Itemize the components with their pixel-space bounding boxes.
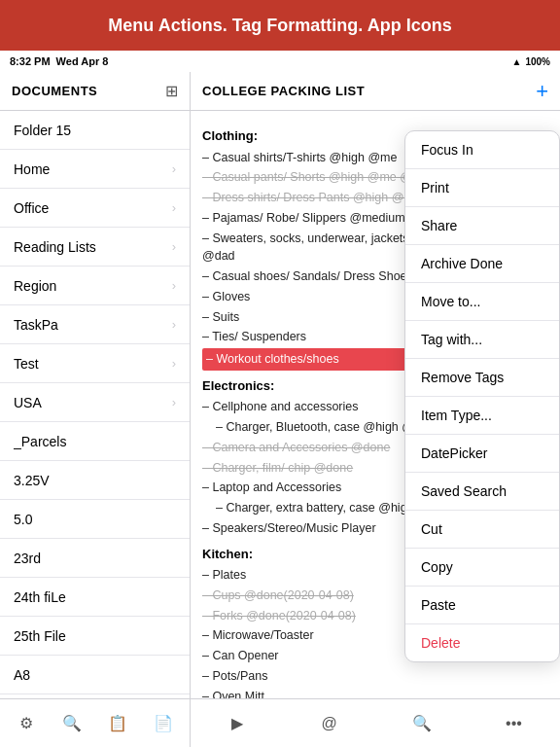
- sidebar-item[interactable]: 25th File: [0, 617, 190, 656]
- app-container: 8:32 PM Wed Apr 8 ▲ 100% DOCUMENTS ⊞ Fol…: [0, 51, 560, 747]
- context-menu-item[interactable]: Copy: [405, 549, 559, 587]
- sidebar-item-label: Office: [14, 200, 49, 216]
- right-header: COLLEGE PACKING LIST +: [191, 72, 560, 111]
- settings-icon[interactable]: ⚙: [9, 706, 44, 741]
- document-icon[interactable]: 📄: [146, 706, 181, 741]
- sidebar: DOCUMENTS ⊞ Folder 15Home›Office›Reading…: [0, 72, 191, 747]
- chevron-right-icon: ›: [172, 278, 176, 293]
- right-search-icon[interactable]: 🔍: [402, 706, 441, 741]
- status-date: Wed Apr 8: [56, 55, 109, 67]
- sidebar-item[interactable]: TaskPa›: [0, 305, 190, 344]
- context-menu-item[interactable]: Move to...: [405, 283, 559, 321]
- status-bar: 8:32 PM Wed Apr 8 ▲ 100%: [0, 51, 560, 72]
- sidebar-header-icon[interactable]: ⊞: [165, 82, 178, 100]
- sidebar-item[interactable]: Folder 15: [0, 111, 190, 150]
- sidebar-item-label: 5.0: [14, 512, 32, 527]
- add-item-button[interactable]: +: [536, 79, 548, 104]
- chevron-right-icon: ›: [172, 161, 176, 176]
- sidebar-item[interactable]: Region›: [0, 267, 190, 305]
- sidebar-header: DOCUMENTS ⊞: [0, 72, 190, 111]
- sidebar-item-label: A8: [14, 667, 30, 683]
- status-bar-right: ▲ 100%: [512, 56, 550, 67]
- context-menu-item[interactable]: Saved Search: [405, 473, 559, 511]
- status-bar-left: 8:32 PM Wed Apr 8: [10, 55, 108, 67]
- context-menu-item[interactable]: Remove Tags: [405, 359, 559, 397]
- sidebar-item-label: Reading Lists: [14, 239, 96, 255]
- sidebar-item[interactable]: Reading Lists›: [0, 228, 190, 267]
- sidebar-item[interactable]: 24th fiLe: [0, 578, 190, 617]
- context-menu-item[interactable]: Delete: [405, 624, 559, 661]
- context-menu-item[interactable]: Focus In: [405, 131, 559, 169]
- context-menu-item[interactable]: Cut: [405, 511, 559, 549]
- sidebar-item-label: USA: [14, 395, 42, 410]
- sidebar-item-label: _Parcels: [14, 434, 66, 449]
- wifi-icon: ▲: [512, 56, 522, 67]
- context-menu-item[interactable]: DatePicker: [405, 435, 559, 473]
- sidebar-item[interactable]: 5.0: [0, 500, 190, 539]
- right-panel: COLLEGE PACKING LIST + Clothing:– Casual…: [191, 72, 560, 747]
- context-menu-item[interactable]: Archive Done: [405, 245, 559, 283]
- banner-text: Menu Actions. Tag Formatting. App Icons: [108, 16, 451, 36]
- list-item[interactable]: – Oven Mitt: [202, 687, 548, 699]
- sidebar-item[interactable]: 23rd: [0, 539, 190, 578]
- play-icon[interactable]: ▶: [218, 706, 257, 741]
- context-menu-item[interactable]: Print: [405, 169, 559, 207]
- sidebar-item-label: 3.25V: [14, 473, 50, 488]
- sidebar-title: DOCUMENTS: [12, 84, 97, 98]
- sidebar-item[interactable]: Home›: [0, 150, 190, 189]
- context-menu-item[interactable]: Item Type...: [405, 397, 559, 435]
- right-panel-title: COLLEGE PACKING LIST: [202, 84, 365, 98]
- sidebar-item[interactable]: USA›: [0, 383, 190, 422]
- right-bottom-nav: ▶ @ 🔍 •••: [191, 698, 560, 747]
- sidebar-item[interactable]: 3.25V: [0, 461, 190, 500]
- status-time: 8:32 PM: [10, 55, 51, 67]
- sidebar-item-label: Home: [14, 161, 50, 177]
- chevron-right-icon: ›: [172, 395, 176, 409]
- more-options-icon[interactable]: •••: [495, 706, 534, 741]
- sidebar-item[interactable]: Office›: [0, 189, 190, 228]
- top-banner: Menu Actions. Tag Formatting. App Icons: [0, 0, 560, 51]
- sidebar-item[interactable]: A8: [0, 656, 190, 694]
- chevron-right-icon: ›: [172, 200, 176, 215]
- sidebar-item-label: 24th fiLe: [14, 589, 66, 605]
- sidebar-bottom-nav: ⚙ 🔍 📋 📄: [0, 698, 190, 747]
- search-icon[interactable]: 🔍: [54, 706, 89, 741]
- sidebar-item-label: TaskPa: [14, 317, 58, 333]
- sidebar-item-label: Region: [14, 278, 56, 294]
- battery-indicator: 100%: [525, 56, 550, 67]
- sidebar-item-label: Test: [14, 356, 39, 372]
- chevron-right-icon: ›: [172, 356, 176, 371]
- context-menu: Focus InPrintShareArchive DoneMove to...…: [404, 130, 560, 662]
- sidebar-item-label: 25th File: [14, 628, 66, 644]
- context-menu-item[interactable]: Paste: [405, 587, 559, 624]
- clipboard-icon[interactable]: 📋: [100, 706, 135, 741]
- sidebar-item[interactable]: Test›: [0, 344, 190, 383]
- chevron-right-icon: ›: [172, 317, 176, 332]
- content-area: DOCUMENTS ⊞ Folder 15Home›Office›Reading…: [0, 72, 560, 747]
- sidebar-item[interactable]: _Parcels: [0, 422, 190, 461]
- sidebar-item-label: 23rd: [14, 551, 41, 566]
- list-item[interactable]: – Pots/Pans: [202, 666, 548, 687]
- sidebar-list[interactable]: Folder 15Home›Office›Reading Lists›Regio…: [0, 111, 190, 698]
- context-menu-item[interactable]: Tag with...: [405, 321, 559, 359]
- context-menu-item[interactable]: Share: [405, 207, 559, 245]
- sidebar-item-label: Folder 15: [14, 123, 71, 138]
- chevron-right-icon: ›: [172, 239, 176, 254]
- at-icon[interactable]: @: [310, 706, 349, 741]
